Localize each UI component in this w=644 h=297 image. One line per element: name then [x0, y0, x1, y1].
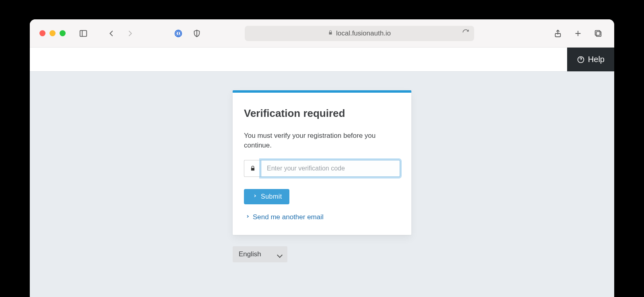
- resend-email-link[interactable]: Send me another email: [244, 213, 324, 221]
- lock-addon-icon: [244, 160, 261, 177]
- nav-forward-button[interactable]: [124, 27, 136, 40]
- password-manager-icon[interactable]: [172, 27, 185, 40]
- page-viewport: Help Verification required You must veri…: [30, 48, 614, 297]
- privacy-shield-icon[interactable]: [190, 27, 203, 40]
- help-label: Help: [588, 55, 605, 64]
- verification-panel: Verification required You must verify yo…: [233, 90, 411, 235]
- nav-back-button[interactable]: [105, 27, 118, 40]
- browser-toolbar: local.fusionauth.io: [30, 19, 614, 48]
- tab-overview-icon[interactable]: [592, 27, 605, 40]
- svg-rect-10: [595, 30, 600, 35]
- svg-rect-9: [596, 31, 601, 36]
- sidebar-toggle-icon[interactable]: [77, 27, 90, 40]
- url-text: local.fusionauth.io: [336, 29, 391, 37]
- submit-label: Submit: [261, 193, 282, 200]
- language-dropdown[interactable]: English: [233, 246, 287, 262]
- panel-title: Verification required: [244, 107, 400, 120]
- app-header: Help: [30, 48, 614, 72]
- arrow-right-icon: [251, 193, 257, 200]
- language-select[interactable]: English: [233, 246, 287, 262]
- window-minimize-button[interactable]: [50, 30, 56, 36]
- arrow-right-icon: [244, 214, 250, 220]
- svg-rect-0: [80, 30, 87, 36]
- resend-label: Send me another email: [253, 213, 324, 221]
- window-controls: [39, 30, 66, 36]
- new-tab-icon[interactable]: [572, 27, 584, 40]
- help-button[interactable]: Help: [567, 48, 614, 71]
- share-icon[interactable]: [551, 27, 564, 40]
- submit-button[interactable]: Submit: [244, 189, 289, 204]
- panel-message: You must verify your registration before…: [244, 131, 400, 150]
- svg-rect-4: [178, 32, 179, 35]
- address-bar[interactable]: local.fusionauth.io: [245, 26, 474, 41]
- window-close-button[interactable]: [39, 30, 45, 36]
- reload-icon[interactable]: [462, 29, 469, 38]
- code-input-group: [244, 160, 400, 177]
- verification-code-input[interactable]: [261, 160, 400, 177]
- lock-icon: [328, 30, 333, 37]
- browser-window: local.fusionauth.io Help: [30, 19, 614, 297]
- window-maximize-button[interactable]: [60, 30, 66, 36]
- content-stage: Verification required You must verify yo…: [30, 72, 614, 297]
